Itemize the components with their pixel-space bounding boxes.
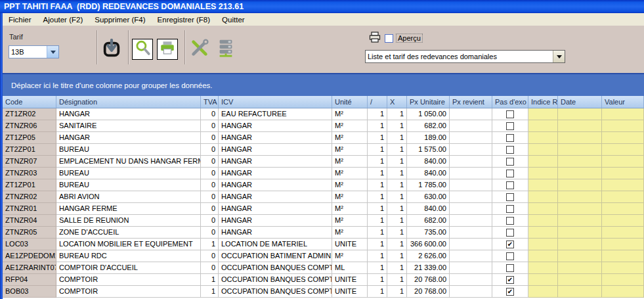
cell-valeur[interactable] — [602, 250, 644, 262]
cell-slash[interactable]: 1 — [368, 191, 387, 203]
cell-px_revient[interactable] — [450, 156, 492, 168]
cell-pas_exo[interactable] — [492, 262, 528, 274]
cell-slash[interactable]: 1 — [368, 215, 387, 227]
cell-unite[interactable]: M² — [332, 203, 368, 215]
cell-px_revient[interactable] — [450, 239, 492, 250]
cell-code[interactable]: ZT1ZR02 — [3, 108, 56, 120]
pas-dexo-checkbox[interactable] — [506, 170, 514, 177]
cell-px_revient[interactable] — [450, 286, 492, 298]
pas-dexo-checkbox[interactable] — [506, 146, 514, 154]
column-header-valeur[interactable]: Valeur — [602, 96, 644, 108]
cell-pas_exo[interactable] — [492, 108, 528, 120]
report-select[interactable]: Liste et tarif des redevances domaniales — [365, 50, 565, 63]
cell-code[interactable]: ZTNZR07 — [3, 156, 56, 168]
cell-slash[interactable]: 1 — [368, 203, 387, 215]
cell-valeur[interactable] — [602, 191, 644, 203]
pas-dexo-checkbox[interactable] — [506, 217, 514, 225]
cell-tva[interactable]: 0 — [201, 227, 219, 239]
cell-date[interactable] — [558, 274, 602, 286]
cell-x[interactable]: 1 — [387, 168, 407, 179]
column-header-px_revient[interactable]: Px revient — [450, 96, 492, 108]
cell-x[interactable]: 1 — [387, 250, 407, 262]
cell-designation[interactable]: SANITAIRE — [56, 120, 201, 132]
cell-designation[interactable]: EMPLACEMENT NU DANS HANGAR FERME — [56, 156, 201, 168]
cell-x[interactable]: 1 — [387, 120, 407, 132]
cell-x[interactable]: 1 — [387, 215, 407, 227]
chevron-down-icon[interactable] — [47, 46, 58, 58]
cell-icv[interactable]: EAU REFACTUREE — [219, 108, 332, 120]
cell-date[interactable] — [558, 179, 602, 191]
cell-x[interactable]: 1 — [387, 203, 407, 215]
pas-dexo-checkbox[interactable] — [506, 181, 514, 189]
pas-dexo-checkbox[interactable] — [506, 110, 514, 118]
cell-date[interactable] — [558, 239, 602, 250]
cell-valeur[interactable] — [602, 203, 644, 215]
cell-px_revient[interactable] — [450, 274, 492, 286]
cell-x[interactable]: 1 — [387, 286, 407, 298]
cell-valeur[interactable] — [602, 239, 644, 250]
cell-indice_r[interactable] — [528, 286, 558, 298]
cell-px_revient[interactable] — [450, 108, 492, 120]
cell-slash[interactable]: 1 — [368, 286, 387, 298]
preview-button[interactable] — [132, 39, 153, 60]
cell-px_revient[interactable] — [450, 168, 492, 179]
cell-code[interactable]: ZTNZR04 — [3, 215, 56, 227]
cell-unite[interactable]: ML — [332, 262, 368, 274]
cell-icv[interactable]: LOCATION DE MATERIEL — [219, 239, 332, 250]
cell-px_unitaire[interactable]: 1 785.00 — [407, 179, 450, 191]
cell-tva[interactable]: 0 — [201, 168, 219, 179]
cell-px_unitaire[interactable]: 1 050.00 — [407, 108, 450, 120]
cell-code[interactable]: ZTNZR02 — [3, 191, 56, 203]
column-header-x[interactable]: X — [387, 96, 407, 108]
cell-designation[interactable]: BUREAU — [56, 144, 201, 156]
column-header-indice_r[interactable]: Indice R — [528, 96, 558, 108]
cell-slash[interactable]: 1 — [368, 120, 387, 132]
cell-indice_r[interactable] — [528, 132, 558, 144]
cell-designation[interactable]: COMPTOIR — [56, 286, 201, 298]
pas-dexo-checkbox[interactable]: ✔ — [506, 288, 514, 296]
cell-date[interactable] — [558, 250, 602, 262]
cell-unite[interactable]: M² — [332, 191, 368, 203]
cell-valeur[interactable] — [602, 144, 644, 156]
cell-icv[interactable]: HANGAR — [219, 132, 332, 144]
cell-px_unitaire[interactable]: 20 768.00 — [407, 286, 450, 298]
cell-designation[interactable]: LOCATION MOBILIER ET EQUIPEMENT — [56, 239, 201, 250]
cell-indice_r[interactable] — [528, 156, 558, 168]
cell-x[interactable]: 1 — [387, 191, 407, 203]
cell-date[interactable] — [558, 227, 602, 239]
cell-code[interactable]: ZT1ZP05 — [3, 132, 56, 144]
cell-icv[interactable]: OCCUPATION BANQUES COMPTI — [219, 286, 332, 298]
import-button[interactable] — [101, 39, 122, 60]
pas-dexo-checkbox[interactable] — [506, 134, 514, 142]
cell-px_unitaire[interactable]: 630.00 — [407, 191, 450, 203]
cell-icv[interactable]: HANGAR — [219, 191, 332, 203]
cell-date[interactable] — [558, 262, 602, 274]
cell-slash[interactable]: 1 — [368, 132, 387, 144]
cell-px_unitaire[interactable]: 682.00 — [407, 215, 450, 227]
cell-px_unitaire[interactable]: 840.00 — [407, 203, 450, 215]
cell-icv[interactable]: HANGAR — [219, 168, 332, 179]
cell-designation[interactable]: COMPTOIR — [56, 274, 201, 286]
cell-x[interactable]: 1 — [387, 239, 407, 250]
cell-px_revient[interactable] — [450, 262, 492, 274]
cell-valeur[interactable] — [602, 227, 644, 239]
cell-pas_exo[interactable] — [492, 168, 528, 179]
cell-pas_exo[interactable] — [492, 144, 528, 156]
cell-icv[interactable]: HANGAR — [219, 120, 332, 132]
cell-px_unitaire[interactable]: 189.00 — [407, 132, 450, 144]
menu-item-supprimer[interactable]: Supprimer (F4) — [89, 14, 151, 25]
cell-px_revient[interactable] — [450, 227, 492, 239]
cell-valeur[interactable] — [602, 132, 644, 144]
servers-button[interactable] — [215, 39, 236, 60]
cell-valeur[interactable] — [602, 120, 644, 132]
cell-px_unitaire[interactable]: 366 600.00 — [407, 239, 450, 250]
cell-pas_exo[interactable]: ✔ — [492, 286, 528, 298]
cell-designation[interactable]: BUREAU RDC — [56, 250, 201, 262]
cell-icv[interactable]: OCCUPATION BANQUES COMPTI — [219, 262, 332, 274]
cell-date[interactable] — [558, 215, 602, 227]
cell-icv[interactable]: OCCUPATION BANQUES COMPTI — [219, 274, 332, 286]
cell-indice_r[interactable] — [528, 274, 558, 286]
pas-dexo-checkbox[interactable] — [506, 158, 514, 166]
cell-px_unitaire[interactable]: 735.00 — [407, 227, 450, 239]
cell-valeur[interactable] — [602, 108, 644, 120]
